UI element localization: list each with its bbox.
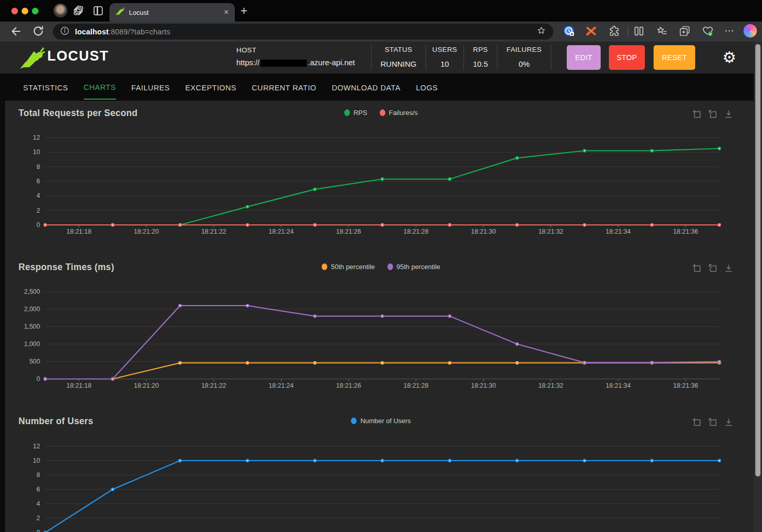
- tab-current-ratio[interactable]: CURRENT RATIO: [252, 75, 317, 99]
- svg-text:1,500: 1,500: [24, 323, 40, 330]
- host-value: https://.azure-api.net: [236, 58, 355, 67]
- box-zoom-icon[interactable]: [692, 417, 701, 427]
- more-menu-icon[interactable]: ⋯: [724, 25, 735, 36]
- svg-text:1,000: 1,000: [24, 340, 40, 348]
- back-button[interactable]: [9, 25, 23, 38]
- extensions-puzzle-icon[interactable]: [608, 25, 620, 37]
- svg-text:6: 6: [36, 178, 40, 185]
- svg-text:18:21:28: 18:21:28: [403, 228, 429, 235]
- box-zoom-icon[interactable]: [692, 263, 701, 273]
- tab-close-icon[interactable]: ×: [224, 8, 229, 16]
- tab-download-data[interactable]: DOWNLOAD DATA: [332, 75, 401, 99]
- settings-gear-icon[interactable]: ⚙: [722, 48, 736, 66]
- legend-item[interactable]: Failures/s: [380, 109, 418, 117]
- copilot-icon[interactable]: [744, 24, 757, 37]
- window-close-button[interactable]: [11, 8, 18, 14]
- browser-essentials-icon[interactable]: [702, 25, 714, 37]
- legend-item[interactable]: 50th percentile: [322, 263, 375, 271]
- response-times-chart[interactable]: 05001,0001,5002,0002,50018:21:1818:21:20…: [0, 285, 762, 393]
- rps-value: 10.5: [464, 60, 497, 68]
- tab-charts[interactable]: CHARTS: [84, 75, 116, 100]
- zoom-reset-icon[interactable]: [708, 263, 717, 273]
- svg-text:8: 8: [36, 163, 40, 170]
- svg-text:18:21:24: 18:21:24: [269, 228, 294, 235]
- svg-text:18:21:32: 18:21:32: [538, 382, 564, 389]
- extension-timer-icon[interactable]: [563, 25, 575, 37]
- save-image-icon[interactable]: [724, 417, 733, 427]
- svg-text:18:21:18: 18:21:18: [66, 228, 91, 235]
- svg-text:0: 0: [36, 221, 40, 229]
- new-tab-button[interactable]: +: [240, 4, 247, 18]
- svg-text:18:21:30: 18:21:30: [471, 382, 496, 389]
- rps-label: RPS: [464, 46, 497, 53]
- failures-label: FAILURES: [497, 46, 551, 53]
- stop-button[interactable]: STOP: [609, 45, 645, 70]
- edit-button[interactable]: EDIT: [567, 45, 601, 70]
- tab-exceptions[interactable]: EXCEPTIONS: [185, 75, 236, 99]
- reset-button[interactable]: RESET: [654, 45, 695, 70]
- svg-text:18:21:32: 18:21:32: [538, 228, 564, 235]
- svg-text:18:21:34: 18:21:34: [606, 382, 631, 389]
- svg-text:18:21:20: 18:21:20: [134, 382, 159, 389]
- vertical-tabs-icon[interactable]: [92, 5, 104, 18]
- browser-profile-avatar[interactable]: [53, 4, 67, 17]
- svg-text:18:21:26: 18:21:26: [336, 382, 361, 389]
- svg-text:2,000: 2,000: [24, 306, 40, 313]
- locust-logo-icon: [20, 47, 45, 71]
- legend-label: 50th percentile: [331, 263, 375, 271]
- save-image-icon[interactable]: [724, 263, 733, 273]
- legend-item[interactable]: 95th percentile: [387, 263, 440, 271]
- svg-text:10: 10: [33, 457, 40, 464]
- legend-item[interactable]: Number of Users: [351, 417, 411, 425]
- svg-text:8: 8: [36, 471, 40, 479]
- tab-logs[interactable]: LOGS: [416, 75, 438, 99]
- legend-dot-icon: [322, 263, 327, 270]
- box-zoom-icon[interactable]: [692, 109, 701, 119]
- svg-text:18:21:28: 18:21:28: [403, 382, 429, 389]
- host-prefix: https://: [236, 58, 259, 67]
- legend-dot-icon: [351, 417, 357, 424]
- failures-block: FAILURES 0%: [497, 45, 551, 70]
- svg-text:2,500: 2,500: [24, 288, 40, 295]
- host-label: HOST: [236, 46, 256, 54]
- refresh-button[interactable]: [32, 25, 45, 38]
- url-bar[interactable]: localhost:8089/?tab=charts: [53, 24, 553, 40]
- tab-title: Locust: [129, 9, 219, 16]
- legend-label: Number of Users: [360, 417, 411, 425]
- workspaces-icon[interactable]: [73, 5, 84, 18]
- favorite-star-icon[interactable]: [536, 26, 546, 37]
- legend-item[interactable]: RPS: [344, 109, 367, 117]
- users-block: USERS 10: [425, 45, 463, 70]
- svg-text:18:21:36: 18:21:36: [673, 228, 698, 235]
- legend-label: RPS: [354, 109, 367, 117]
- users-chart[interactable]: 024681012: [0, 439, 762, 532]
- svg-text:6: 6: [36, 486, 40, 493]
- favorites-icon[interactable]: [656, 25, 668, 37]
- users-label: USERS: [426, 46, 463, 53]
- tab-statistics[interactable]: STATISTICS: [23, 75, 68, 99]
- rps-block: RPS 10.5: [463, 45, 497, 70]
- window-minimize-button[interactable]: [22, 8, 28, 14]
- collections-add-icon[interactable]: [679, 25, 691, 37]
- split-screen-icon[interactable]: [633, 25, 645, 37]
- scrollbar-thumb[interactable]: [755, 44, 760, 477]
- extension-x-icon[interactable]: [585, 25, 597, 37]
- window-zoom-button[interactable]: [32, 8, 39, 14]
- zoom-reset-icon[interactable]: [708, 109, 717, 119]
- tab-failures[interactable]: FAILURES: [132, 75, 170, 99]
- svg-text:18:21:34: 18:21:34: [606, 228, 631, 235]
- browser-tab-locust[interactable]: Locust ×: [109, 3, 235, 22]
- legend-dot-icon: [387, 263, 393, 270]
- legend-dot-icon: [380, 109, 385, 116]
- svg-text:4: 4: [36, 192, 40, 199]
- chart2-title: Response Times (ms): [18, 262, 114, 273]
- locust-nav: STATISTICS CHARTS FAILURES EXCEPTIONS CU…: [0, 73, 762, 101]
- url-text: localhost:8089/?tab=charts: [75, 28, 170, 36]
- status-block: STATUS RUNNING: [371, 45, 425, 70]
- chart3-toolbox: [692, 417, 733, 427]
- site-info-icon[interactable]: [60, 26, 69, 37]
- svg-text:0: 0: [36, 529, 40, 532]
- rps-chart[interactable]: 02468101218:21:1818:21:2018:21:2218:21:2…: [0, 131, 762, 239]
- zoom-reset-icon[interactable]: [708, 417, 717, 427]
- save-image-icon[interactable]: [724, 109, 733, 119]
